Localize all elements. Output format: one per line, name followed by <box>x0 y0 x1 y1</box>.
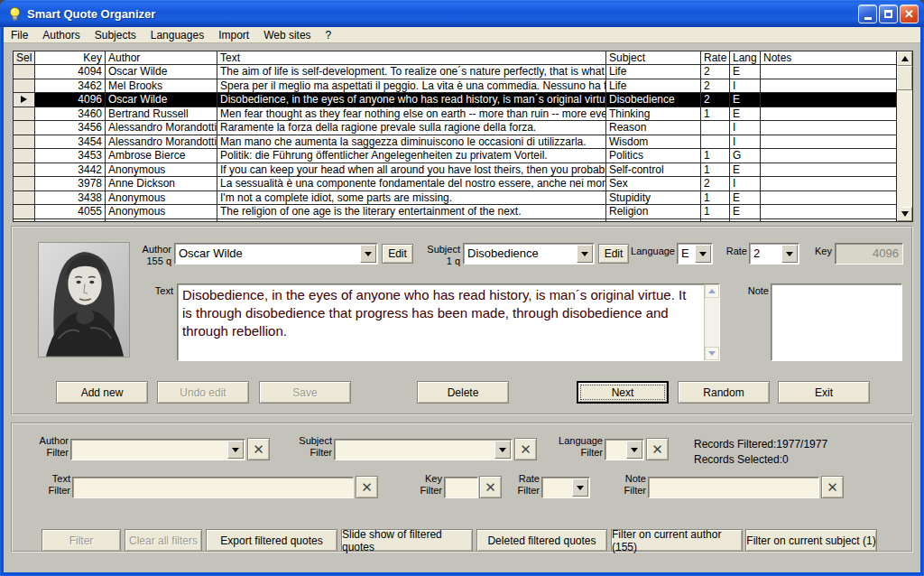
cell-key[interactable]: 3442 <box>35 163 106 177</box>
cell-subject[interactable]: Politics <box>606 149 701 163</box>
edit-author-button[interactable]: Edit <box>382 244 413 264</box>
add-new-button[interactable]: Add new <box>56 381 148 404</box>
chevron-down-icon[interactable] <box>227 441 244 459</box>
cell-rate[interactable]: 2 <box>701 93 730 107</box>
cell-lang[interactable]: E <box>730 163 761 177</box>
cell-subject[interactable]: Religion <box>606 205 701 218</box>
cell-author[interactable]: Bertrand Russell <box>106 107 217 121</box>
cell-key[interactable]: 3460 <box>35 107 106 121</box>
menu-item-import[interactable]: Import <box>211 28 256 42</box>
cell-lang[interactable]: I <box>730 135 761 149</box>
quote-text-scrollbar[interactable] <box>704 284 719 360</box>
cell-notes[interactable] <box>761 163 896 177</box>
table-row[interactable]: 3454Alessandro MorandottiMan mano che au… <box>14 135 896 150</box>
subject-select[interactable]: Disobedience <box>463 243 595 265</box>
filter-current-author-button[interactable]: Filter on current author (155) <box>611 529 743 552</box>
cell-subject[interactable]: Wisdom <box>606 135 701 149</box>
cell-rate[interactable]: 1 <box>701 205 730 218</box>
scroll-up-icon[interactable] <box>705 284 719 298</box>
cell-lang[interactable]: E <box>730 107 761 121</box>
cell-notes[interactable] <box>761 135 896 149</box>
cell-subject[interactable]: Reason <box>606 121 701 135</box>
cell-notes[interactable] <box>761 93 896 107</box>
cell-text[interactable]: Men fear thought as they fear nothing el… <box>217 107 606 121</box>
exit-button[interactable]: Exit <box>778 381 870 404</box>
cell-text[interactable]: Disobedience, in the eyes of anyone who … <box>217 93 606 107</box>
cell-lang[interactable]: I <box>730 79 761 93</box>
column-header-lang[interactable]: Lang <box>730 51 761 64</box>
rate-filter-select[interactable] <box>541 477 590 498</box>
scrollbar-thumb[interactable] <box>897 66 912 90</box>
chevron-down-icon[interactable] <box>626 441 642 459</box>
cell-text[interactable]: The aim of life is self-development. To … <box>217 65 606 79</box>
menu-item-web-sites[interactable]: Web sites <box>256 28 318 42</box>
cell-subject[interactable]: Stupidity <box>606 191 701 205</box>
cell-rate[interactable] <box>701 135 730 149</box>
cell-author[interactable]: Ambrose Bierce <box>106 149 217 163</box>
cell-notes[interactable] <box>761 79 896 93</box>
delete-button[interactable]: Delete <box>417 381 509 404</box>
chevron-down-icon[interactable] <box>695 245 711 263</box>
slideshow-filtered-quotes-button[interactable]: Slide show of filtered quotes <box>341 529 473 552</box>
cell-rate[interactable]: 2 <box>701 65 730 79</box>
menu-item-authors[interactable]: Authors <box>35 28 87 42</box>
cell-subject[interactable]: Life <box>606 65 701 79</box>
clear-note-filter-button[interactable]: ✕ <box>821 476 844 498</box>
column-header-key[interactable]: Key <box>35 51 106 64</box>
row-selector[interactable] <box>14 65 35 79</box>
cell-author[interactable]: Mel Brooks <box>106 79 217 93</box>
cell-author[interactable]: Anonymous <box>106 163 217 177</box>
author-filter-select[interactable] <box>70 439 245 460</box>
cell-lang[interactable]: I <box>730 121 761 135</box>
scroll-up-icon[interactable] <box>897 51 912 66</box>
cell-text[interactable]: La sessualità è una componente fondament… <box>217 177 606 190</box>
cell-text[interactable]: Spera per il meglio ma aspettati il pegg… <box>217 79 606 93</box>
cell-notes[interactable] <box>761 191 896 205</box>
cell-key[interactable]: 3456 <box>35 121 106 135</box>
cell-notes[interactable] <box>761 219 896 222</box>
row-selector[interactable] <box>14 149 35 163</box>
cell-lang[interactable]: G <box>730 149 761 163</box>
cell-rate[interactable] <box>701 121 730 135</box>
cell-rate[interactable]: 2 <box>701 79 730 93</box>
chevron-down-icon[interactable] <box>577 245 593 263</box>
cell-key[interactable]: 3453 <box>35 149 106 163</box>
clear-key-filter-button[interactable]: ✕ <box>479 476 502 498</box>
chevron-down-icon[interactable] <box>572 478 588 497</box>
cell-author[interactable]: Anne Dickson <box>106 177 217 190</box>
language-select[interactable]: E <box>677 243 713 265</box>
row-selector[interactable] <box>14 163 35 177</box>
cell-key[interactable]: 3978 <box>35 177 106 190</box>
cell-text[interactable]: A volte è meglio tacere che aprir bocca … <box>217 219 606 222</box>
table-row[interactable]: 4094Oscar WildeThe aim of life is self-d… <box>14 65 896 79</box>
clear-subject-filter-button[interactable]: ✕ <box>514 438 537 460</box>
cell-key[interactable]: 3462 <box>35 79 106 93</box>
clear-author-filter-button[interactable]: ✕ <box>247 438 270 460</box>
table-row[interactable]: 4055AnonymousThe religion of one age is … <box>14 205 896 219</box>
table-row[interactable]: 3453Ambrose BiercePolitik: die Führung ö… <box>14 149 896 163</box>
random-button[interactable]: Random <box>678 381 770 404</box>
deleted-filtered-quotes-button[interactable]: Deleted filtered quotes <box>476 529 607 552</box>
cell-rate[interactable]: 1 <box>701 163 730 177</box>
cell-author[interactable]: Oscar Wilde <box>106 93 217 107</box>
chevron-down-icon[interactable] <box>494 441 511 459</box>
menu-item-subjects[interactable]: Subjects <box>88 28 143 42</box>
cell-text[interactable]: If you can keep your head when all aroun… <box>217 163 606 177</box>
scroll-down-icon[interactable] <box>705 347 719 360</box>
cell-notes[interactable] <box>761 121 896 135</box>
rate-select[interactable]: 2 <box>749 243 799 265</box>
cell-key[interactable]: 3428 <box>35 219 106 222</box>
edit-subject-button[interactable]: Edit <box>598 244 629 264</box>
cell-text[interactable]: Politik: die Führung öffentlicher Angele… <box>217 149 606 163</box>
cell-rate[interactable]: 1 <box>701 149 730 163</box>
table-row[interactable]: 4096Oscar WildeDisobedience, in the eyes… <box>14 93 896 107</box>
cell-key[interactable]: 4094 <box>35 65 106 79</box>
next-button[interactable]: Next <box>577 381 669 404</box>
cell-author[interactable]: Oscar Wilde <box>106 65 217 79</box>
cell-text[interactable]: I'm not a complete idiot, some parts are… <box>217 191 606 205</box>
cell-text[interactable]: Man mano che aumenta la saggezza diminui… <box>217 135 606 149</box>
column-header-author[interactable]: Author <box>106 51 217 64</box>
title-bar[interactable]: Smart Quote Organizer ✕ <box>0 0 924 27</box>
subject-filter-select[interactable] <box>334 439 513 460</box>
cell-notes[interactable] <box>761 65 896 79</box>
